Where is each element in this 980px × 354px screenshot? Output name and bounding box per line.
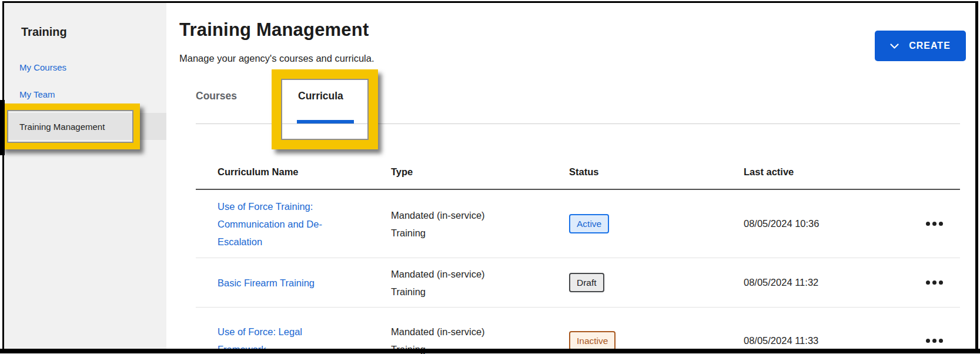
- page-subtitle: Manage your agency's courses and curricu…: [179, 53, 374, 64]
- status-badge: Inactive: [569, 331, 616, 350]
- more-options-icon[interactable]: [925, 335, 960, 346]
- chevron-down-icon: [890, 44, 899, 49]
- status-badge: Active: [569, 214, 609, 233]
- create-button-label: CREATE: [909, 41, 951, 51]
- sidebar: Training My Courses My Team Training Man…: [4, 3, 166, 349]
- last-active-value: 08/05/2024 11:32: [744, 277, 925, 288]
- status-badge: Draft: [569, 273, 604, 292]
- sidebar-item-my-courses[interactable]: My Courses: [19, 62, 66, 72]
- curriculum-type: Mandated (in-service) Training: [391, 265, 511, 300]
- curriculum-link[interactable]: Basic Firearm Training: [218, 274, 315, 292]
- sidebar-title: Training: [21, 25, 67, 39]
- tab-divider: [196, 123, 960, 124]
- tab-curricula[interactable]: Curricula: [298, 90, 343, 102]
- table-row: Use of Force Training: Communication and…: [196, 190, 960, 258]
- window-border-left: [2, 1, 4, 350]
- create-button[interactable]: CREATE: [875, 31, 966, 61]
- table-row: Basic Firearm Training Mandated (in-serv…: [196, 258, 960, 308]
- page-title: Training Management: [179, 19, 369, 41]
- curriculum-type: Mandated (in-service) Training: [391, 206, 511, 242]
- more-options-icon[interactable]: [925, 277, 960, 288]
- window-border-top: [2, 1, 978, 3]
- window-border-bottom: [0, 349, 980, 353]
- column-header-type: Type: [391, 166, 569, 178]
- window-border-left-accent: [0, 100, 5, 155]
- column-header-curriculum-name: Curriculum Name: [218, 166, 391, 178]
- sidebar-item-training-management[interactable]: Training Management: [4, 113, 166, 140]
- column-header-last-active: Last active: [744, 166, 925, 178]
- active-tab-indicator: [297, 120, 354, 123]
- table-header-row: Curriculum Name Type Status Last active: [196, 147, 960, 190]
- last-active-value: 08/05/2024 10:36: [744, 218, 925, 229]
- annotation-highlight-curricula-tab: [272, 69, 378, 149]
- last-active-value: 08/05/2024 11:33: [744, 335, 925, 346]
- curricula-table: Curriculum Name Type Status Last active …: [196, 147, 960, 354]
- table-row: Use of Force: Legal Framework Mandated (…: [196, 308, 960, 354]
- tab-courses[interactable]: Courses: [196, 90, 237, 102]
- sidebar-item-label: Training Management: [4, 122, 105, 132]
- curriculum-link[interactable]: Use of Force Training: Communication and…: [218, 198, 342, 251]
- more-options-icon[interactable]: [925, 218, 960, 229]
- app-window: Training My Courses My Team Training Man…: [0, 0, 980, 354]
- column-header-status: Status: [569, 166, 744, 178]
- window-border-right: [975, 1, 978, 350]
- sidebar-item-my-team[interactable]: My Team: [19, 89, 55, 99]
